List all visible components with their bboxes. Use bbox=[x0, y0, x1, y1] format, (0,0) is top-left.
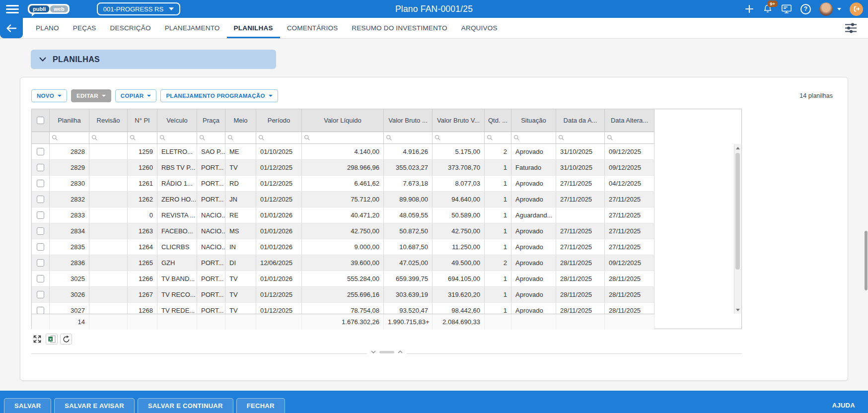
excel-export-icon[interactable]: X bbox=[46, 334, 58, 344]
col-veiculo[interactable]: Veículo bbox=[157, 109, 197, 132]
cell-revisao bbox=[89, 192, 128, 207]
scroll-down-arrow[interactable] bbox=[734, 306, 741, 314]
user-menu[interactable] bbox=[819, 2, 833, 16]
table-row[interactable]: 2836 1265 GZH PORT... DI 12/06/2025 39.6… bbox=[32, 255, 654, 271]
row-checkbox[interactable] bbox=[37, 180, 44, 187]
caret-down-icon[interactable] bbox=[837, 8, 841, 10]
row-checkbox[interactable] bbox=[37, 148, 44, 155]
tab-arquivos[interactable]: ARQUIVOS bbox=[454, 18, 505, 38]
plus-icon[interactable] bbox=[744, 4, 754, 14]
company-select[interactable]: 001-PROGRESS RS bbox=[97, 2, 180, 15]
col-qtd[interactable]: Qtd. ... bbox=[485, 109, 511, 132]
col-periodo[interactable]: Período bbox=[256, 109, 302, 132]
ajuda-link[interactable]: AJUDA bbox=[825, 398, 862, 413]
row-checkbox[interactable] bbox=[37, 291, 44, 298]
app-window: publi web 001-PROGRESS RS Plano FAN-0001… bbox=[0, 0, 868, 413]
table-row[interactable]: 3027 1268 TV REDE... PORT... TV 01/12/20… bbox=[32, 303, 654, 314]
user-avatar[interactable] bbox=[819, 2, 833, 16]
col-praca[interactable]: Praça bbox=[197, 109, 225, 132]
tab-planilhas[interactable]: PLANILHAS bbox=[227, 18, 280, 38]
filter-meio[interactable] bbox=[225, 132, 256, 143]
col-n-pi[interactable]: N° PI bbox=[128, 109, 157, 132]
tab-descricao[interactable]: DESCRIÇÃO bbox=[103, 18, 158, 38]
filter-qtd[interactable] bbox=[485, 132, 511, 143]
col-revisao[interactable]: Revisão bbox=[89, 109, 128, 132]
table-row[interactable]: 2832 1262 ZERO HO... PORT... JN 01/12/20… bbox=[32, 192, 654, 207]
col-valor-bruto-v[interactable]: Valor Bruto V... bbox=[433, 109, 485, 132]
expand-icon[interactable] bbox=[31, 334, 43, 344]
cell-revisao bbox=[89, 239, 128, 255]
filter-situacao[interactable] bbox=[511, 132, 556, 143]
planejamento-programacao-button[interactable]: PLANEJAMENTO PROGRAMAÇÃO bbox=[160, 89, 278, 102]
tab-pecas[interactable]: PEÇAS bbox=[66, 18, 103, 38]
notifications-bell-icon[interactable]: 9+ bbox=[763, 4, 773, 14]
col-valor-liquido[interactable]: Valor Líquido bbox=[302, 109, 384, 132]
tab-resumo-do-investimento[interactable]: RESUMO DO INVESTIMENTO bbox=[345, 18, 454, 38]
tab-plano[interactable]: PLANO bbox=[29, 18, 66, 38]
filter-periodo[interactable] bbox=[256, 132, 302, 143]
filter-valor-liquido[interactable] bbox=[302, 132, 384, 143]
select-all-checkbox[interactable] bbox=[37, 117, 44, 124]
col-planilha[interactable]: Planilha bbox=[50, 109, 89, 132]
row-checkbox[interactable] bbox=[37, 227, 44, 235]
table-row[interactable]: 3025 1266 TV BAND... PORT... TV 01/01/20… bbox=[32, 271, 654, 287]
editar-button[interactable]: EDITAR bbox=[71, 89, 111, 102]
drag-grip[interactable] bbox=[379, 351, 394, 353]
filter-veiculo[interactable] bbox=[157, 132, 197, 143]
table-row[interactable]: 2829 1260 RBS TV P... PORT... TV 01/12/2… bbox=[32, 160, 654, 176]
back-button[interactable] bbox=[0, 18, 23, 38]
col-data-da-a[interactable]: Data da A... bbox=[556, 109, 605, 132]
col-meio[interactable]: Meio bbox=[225, 109, 256, 132]
table-row[interactable]: 2833 0 REVISTA ... NACIO... RE 01/01/202… bbox=[32, 207, 654, 223]
filter-planilha[interactable] bbox=[50, 132, 89, 143]
scroll-thumb[interactable] bbox=[735, 153, 740, 270]
row-checkbox[interactable] bbox=[37, 307, 44, 314]
salvar-e-continuar-button[interactable]: SALVAR E CONTINUAR bbox=[138, 398, 233, 413]
col-valor-bruto[interactable]: Valor Bruto ... bbox=[384, 109, 433, 132]
display-icon[interactable] bbox=[781, 4, 792, 14]
filter-sliders-icon[interactable] bbox=[845, 18, 857, 38]
row-checkbox-cell bbox=[32, 255, 50, 271]
col-data-altera[interactable]: Data Altera... bbox=[605, 109, 654, 132]
row-checkbox[interactable] bbox=[37, 259, 44, 267]
section-header-planilhas[interactable]: PLANILHAS bbox=[31, 50, 276, 69]
cell-veiculo: RBS TV P... bbox=[157, 160, 197, 175]
filter-praca[interactable] bbox=[197, 132, 225, 143]
tab-comentarios[interactable]: COMENTÁRIOS bbox=[280, 18, 345, 38]
filter-revisao[interactable] bbox=[89, 132, 128, 143]
filter-data-altera[interactable] bbox=[605, 132, 654, 143]
novo-button[interactable]: NOVO bbox=[31, 89, 67, 102]
filter-valor-bruto-v[interactable] bbox=[433, 132, 485, 143]
row-checkbox[interactable] bbox=[37, 211, 44, 219]
scroll-up-arrow[interactable] bbox=[734, 144, 741, 152]
cell-planilha: 2836 bbox=[50, 255, 89, 271]
help-icon[interactable]: ? bbox=[800, 4, 811, 14]
cell-praca: PORT... bbox=[197, 176, 225, 191]
col-situacao[interactable]: Situação bbox=[511, 109, 556, 132]
menu-icon[interactable] bbox=[6, 3, 19, 15]
row-checkbox[interactable] bbox=[37, 275, 44, 282]
table-row[interactable]: 3026 1267 TV RECO... PORT... TV 01/12/20… bbox=[32, 287, 654, 303]
table-row[interactable]: 2828 1259 ELETRO... SAO P... ME 01/10/20… bbox=[32, 144, 654, 160]
salvar-e-avisar-button[interactable]: SALVAR E AVISAR bbox=[54, 398, 135, 413]
filter-valor-bruto[interactable] bbox=[384, 132, 433, 143]
row-checkbox[interactable] bbox=[37, 243, 44, 251]
table-row[interactable]: 2830 1261 RÁDIO 1... PORT... RD 01/12/20… bbox=[32, 176, 654, 192]
row-checkbox[interactable] bbox=[37, 196, 44, 203]
salvar-button[interactable]: SALVAR bbox=[4, 398, 51, 413]
grid-vertical-scrollbar[interactable] bbox=[734, 144, 741, 314]
filter-data-da-a[interactable] bbox=[556, 132, 605, 143]
copiar-button[interactable]: COPIAR bbox=[115, 89, 157, 102]
fechar-button[interactable]: FECHAR bbox=[236, 398, 285, 413]
cell-data-aprovacao: 28/11/2025 bbox=[556, 255, 605, 271]
refresh-icon[interactable] bbox=[60, 334, 72, 344]
table-row[interactable]: 2834 1263 FACEBO... NACIO... MS 01/01/20… bbox=[32, 223, 654, 239]
logout-icon[interactable] bbox=[850, 2, 863, 16]
row-checkbox[interactable] bbox=[37, 164, 44, 171]
filter-n-pi[interactable] bbox=[128, 132, 157, 143]
tab-planejamento[interactable]: PLANEJAMENTO bbox=[158, 18, 227, 38]
table-row[interactable]: 2835 1264 CLICRBS NACIO... IN 01/01/2026… bbox=[32, 239, 654, 255]
grid-collapse-control[interactable] bbox=[367, 349, 407, 354]
page-scrollbar-thumb[interactable] bbox=[865, 231, 868, 290]
app-logo[interactable]: publi web bbox=[28, 4, 70, 14]
